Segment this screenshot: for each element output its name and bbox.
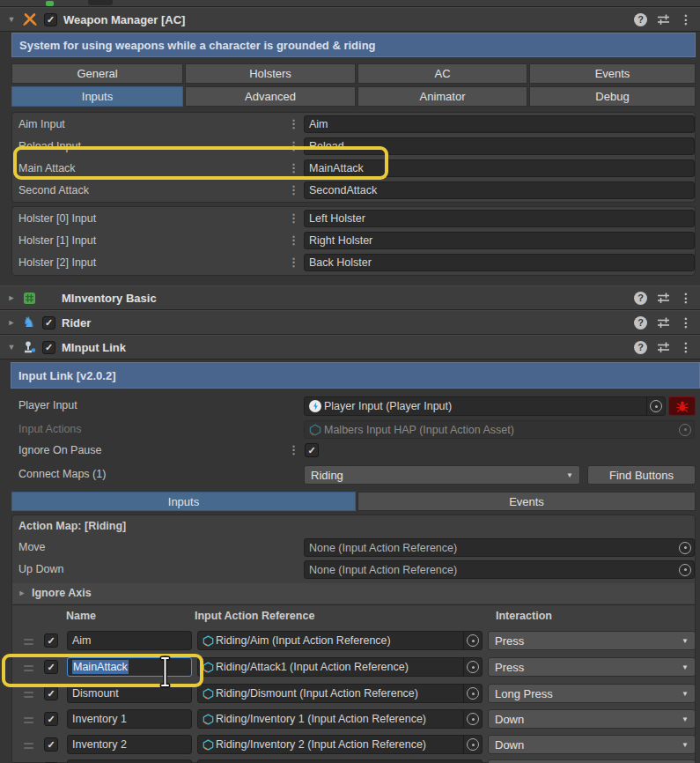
drag-handle-icon[interactable] bbox=[24, 740, 34, 752]
row-action-reference-field[interactable]: Riding/Aim (Input Action Reference) bbox=[197, 631, 483, 650]
aim-input-field[interactable]: Aim bbox=[304, 115, 695, 133]
row-interaction-dropdown[interactable]: Long Press ▼ bbox=[488, 684, 696, 703]
move-reference-field[interactable]: None (Input Action Reference) bbox=[304, 538, 695, 557]
row-interaction-dropdown[interactable] bbox=[488, 759, 696, 763]
row-interaction-dropdown[interactable]: Press ▼ bbox=[488, 631, 696, 650]
object-picker-icon[interactable] bbox=[676, 561, 694, 578]
ignore-axis-row[interactable]: ► Ignore Axis bbox=[12, 583, 695, 604]
context-menu-icon[interactable]: ⋮ bbox=[288, 232, 297, 249]
drag-handle-icon[interactable] bbox=[24, 715, 34, 726]
find-buttons-button[interactable]: Find Buttons bbox=[587, 465, 696, 485]
row-enabled-checkbox[interactable]: ✓ bbox=[44, 686, 58, 700]
help-icon[interactable]: ? bbox=[634, 13, 647, 26]
component-title: MInput Link bbox=[62, 341, 126, 354]
object-picker-icon[interactable] bbox=[463, 710, 482, 728]
help-box-text: System for using weapons while a charact… bbox=[19, 39, 376, 52]
object-picker-icon[interactable] bbox=[463, 632, 482, 649]
row-name-field[interactable] bbox=[67, 759, 192, 763]
updown-reference-field[interactable]: None (Input Action Reference) bbox=[304, 560, 695, 579]
ignore-on-pause-checkbox[interactable]: ✓ bbox=[305, 443, 319, 457]
help-icon[interactable]: ? bbox=[634, 316, 647, 330]
tab-holsters[interactable]: Holsters bbox=[185, 63, 356, 84]
tab-debug[interactable]: Debug bbox=[529, 86, 696, 107]
row-action-reference-field[interactable] bbox=[197, 759, 483, 763]
tab-label: General bbox=[77, 67, 117, 80]
drag-handle-icon[interactable] bbox=[24, 636, 34, 648]
row-action-reference-field[interactable]: Riding/Dismount (Input Action Reference) bbox=[197, 684, 483, 703]
context-menu-icon[interactable]: ⋮ bbox=[288, 181, 297, 199]
object-picker-icon[interactable] bbox=[463, 658, 482, 676]
holster2-field[interactable]: Back Holster bbox=[304, 254, 695, 271]
component-title: MInventory Basic bbox=[62, 292, 157, 305]
rider-header[interactable]: ► ♞ ✓ Rider ? ⋮ bbox=[0, 310, 700, 335]
foldout-closed-icon[interactable]: ► bbox=[5, 293, 18, 302]
debug-bug-button[interactable] bbox=[668, 396, 696, 416]
holster0-field[interactable]: Left Holster bbox=[304, 210, 695, 227]
minventory-header[interactable]: ► MInventory Basic ? ⋮ bbox=[0, 285, 700, 310]
input-action-asset-icon bbox=[203, 635, 214, 647]
presets-icon[interactable] bbox=[657, 13, 670, 26]
main-attack-highlight bbox=[13, 146, 388, 180]
enable-checkbox[interactable]: ✓ bbox=[42, 341, 55, 354]
dropdown-value: Long Press bbox=[495, 687, 553, 700]
tab-animator[interactable]: Animator bbox=[357, 86, 527, 107]
context-menu-icon[interactable]: ⋮ bbox=[288, 115, 297, 133]
chevron-down-icon: ▼ bbox=[682, 715, 689, 723]
input-link-tab-events[interactable]: Events bbox=[357, 492, 696, 511]
connect-maps-dropdown[interactable]: Riding ▼ bbox=[304, 465, 580, 485]
object-field-value: Riding/Aim (Input Action Reference) bbox=[216, 634, 391, 647]
player-input-object-field[interactable]: Player Input (Player Input) bbox=[304, 396, 666, 416]
more-menu-icon[interactable]: ⋮ bbox=[680, 292, 692, 304]
presets-icon[interactable] bbox=[657, 316, 670, 329]
row-interaction-dropdown[interactable]: Down ▼ bbox=[488, 735, 696, 754]
foldout-open-icon[interactable]: ▼ bbox=[5, 15, 18, 24]
row-enabled-checkbox[interactable]: ✓ bbox=[44, 737, 58, 752]
row-name-field[interactable]: Inventory 2 bbox=[67, 735, 192, 754]
enable-checkbox[interactable]: ✓ bbox=[44, 13, 57, 26]
enable-checkbox[interactable]: ✓ bbox=[42, 316, 55, 330]
foldout-closed-icon[interactable]: ► bbox=[5, 318, 18, 327]
help-icon[interactable]: ? bbox=[634, 292, 647, 305]
context-menu-icon[interactable]: ⋮ bbox=[288, 254, 297, 271]
field-label: Ignore On Pause bbox=[18, 441, 102, 459]
more-menu-icon[interactable]: ⋮ bbox=[680, 316, 692, 329]
more-menu-icon[interactable]: ⋮ bbox=[680, 13, 692, 26]
row-name-field[interactable]: Inventory 1 bbox=[67, 709, 192, 729]
help-icon[interactable]: ? bbox=[634, 341, 647, 354]
previous-component-edge bbox=[0, 0, 700, 7]
row-enabled-checkbox[interactable]: ✓ bbox=[44, 712, 58, 726]
context-menu-icon[interactable]: ⋮ bbox=[288, 441, 297, 459]
second-attack-field[interactable]: SecondAttack bbox=[304, 181, 695, 199]
tab-inputs[interactable]: Inputs bbox=[11, 86, 183, 107]
weapon-manager-header[interactable]: ▼ ✓ Weapon Manager [AC] ? ⋮ bbox=[0, 7, 700, 32]
row-interaction-dropdown[interactable]: Down ▼ bbox=[488, 709, 696, 729]
holster1-field[interactable]: Right Holster bbox=[304, 232, 695, 249]
object-picker-icon[interactable] bbox=[676, 539, 694, 556]
joystick-icon bbox=[22, 340, 36, 354]
tab-ac[interactable]: AC bbox=[357, 63, 527, 84]
tab-general[interactable]: General bbox=[11, 63, 183, 84]
row-name-field[interactable]: Aim bbox=[67, 631, 192, 650]
object-picker-icon[interactable] bbox=[463, 685, 482, 702]
object-picker-icon[interactable] bbox=[463, 736, 482, 753]
row-interaction-dropdown[interactable]: Press ▼ bbox=[488, 657, 696, 677]
row-action-reference-field[interactable]: Riding/Attack1 (Input Action Reference) bbox=[197, 657, 483, 677]
tab-events[interactable]: Events bbox=[529, 63, 696, 84]
check-icon: ✓ bbox=[45, 343, 53, 352]
drag-handle-icon[interactable] bbox=[24, 689, 34, 700]
presets-icon[interactable] bbox=[657, 292, 670, 304]
minput-link-header[interactable]: ▼ ✓ MInput Link ? ⋮ bbox=[0, 335, 700, 359]
foldout-open-icon[interactable]: ▼ bbox=[5, 343, 18, 352]
chevron-down-icon: ▼ bbox=[682, 690, 689, 698]
row-action-reference-field[interactable]: Riding/Inventory 2 (Input Action Referen… bbox=[197, 735, 483, 754]
presets-icon[interactable] bbox=[657, 341, 670, 353]
foldout-closed-icon[interactable]: ► bbox=[16, 589, 28, 597]
row-action-reference-field[interactable]: Riding/Inventory 1 (Input Action Referen… bbox=[197, 709, 483, 729]
object-picker-icon[interactable] bbox=[646, 397, 665, 415]
more-menu-icon[interactable]: ⋮ bbox=[680, 341, 692, 353]
context-menu-icon[interactable]: ⋮ bbox=[288, 210, 297, 227]
row-enabled-checkbox[interactable]: ✓ bbox=[44, 633, 58, 648]
input-link-tab-inputs[interactable]: Inputs bbox=[11, 492, 356, 511]
dropdown-value: Down bbox=[495, 738, 524, 752]
tab-advanced[interactable]: Advanced bbox=[185, 86, 356, 107]
